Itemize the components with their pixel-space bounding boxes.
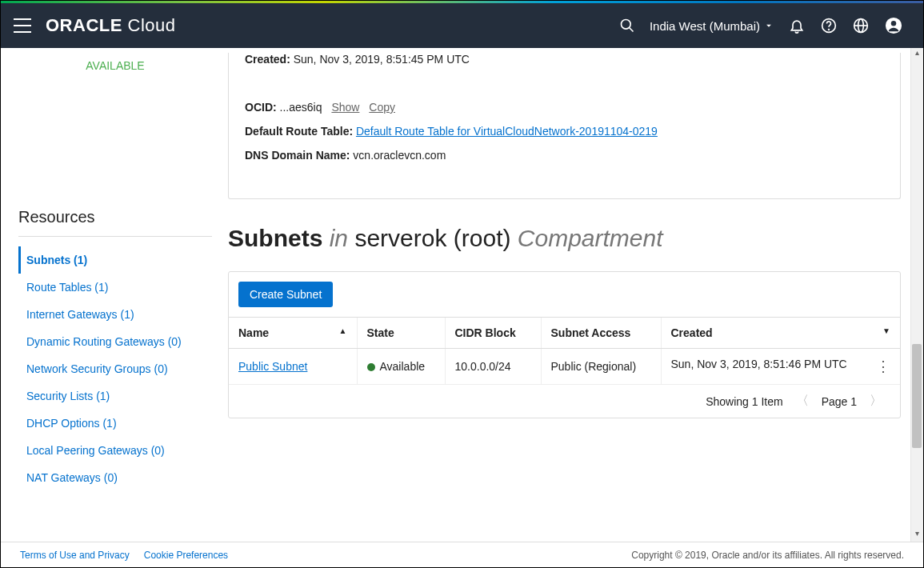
table-row: Public Subnet Available 10.0.0.0/24 Publ… <box>229 349 900 385</box>
scrollbar-thumb[interactable] <box>912 344 922 448</box>
sidebar-item-dynamic-routing-gateways[interactable]: Dynamic Routing Gateways (0) <box>18 328 212 355</box>
created-row: Created: Sun, Nov 3, 2019, 8:51:45 PM UT… <box>245 53 884 66</box>
sidebar-item-dhcp-options[interactable]: DHCP Options (1) <box>18 410 212 437</box>
oracle-cloud-logo: ORACLE Cloud <box>46 15 176 36</box>
scroll-up-icon[interactable]: ▴ <box>911 48 923 61</box>
route-table-row: Default Route Table: Default Route Table… <box>245 125 884 138</box>
chevron-down-icon <box>763 20 774 31</box>
globe-icon[interactable] <box>853 18 869 34</box>
profile-icon[interactable] <box>885 17 902 34</box>
sort-asc-icon: ▲ <box>339 326 347 335</box>
subnet-name-link[interactable]: Public Subnet <box>238 360 307 373</box>
sidebar-item-route-tables[interactable]: Route Tables (1) <box>18 274 212 301</box>
cookies-link[interactable]: Cookie Preferences <box>144 550 228 561</box>
footer: Terms of Use and Privacy Cookie Preferen… <box>1 542 923 567</box>
subnet-cidr: 10.0.0.0/24 <box>445 349 541 385</box>
subnet-state: Available <box>357 349 445 385</box>
sidebar-item-network-security-groups[interactable]: Network Security Groups (0) <box>18 355 212 382</box>
col-name[interactable]: Name▲ <box>229 318 357 349</box>
svg-point-3 <box>829 30 830 30</box>
col-access[interactable]: Subnet Access <box>541 318 661 349</box>
region-selector[interactable]: India West (Mumbai) <box>650 19 774 33</box>
table-pager: Showing 1 Item 〈 Page 1 〉 <box>229 385 900 418</box>
ocid-copy-link[interactable]: Copy <box>369 101 395 114</box>
top-header: ORACLE Cloud India West (Mumbai) <box>1 3 923 48</box>
ocid-row: OCID: ...aes6iq Show Copy <box>245 101 884 114</box>
sidebar-item-local-peering-gateways[interactable]: Local Peering Gateways (0) <box>18 437 212 464</box>
menu-icon[interactable] <box>14 18 31 33</box>
svg-line-1 <box>629 28 633 32</box>
row-actions-icon[interactable]: ⋮ <box>876 358 890 375</box>
subnets-table-panel: Create Subnet Name▲ State CIDR Block Sub… <box>228 271 901 418</box>
svg-point-8 <box>891 21 896 26</box>
col-state[interactable]: State <box>357 318 445 349</box>
sidebar-item-subnets[interactable]: Subnets (1) <box>18 246 212 274</box>
prev-page-icon[interactable]: 〈 <box>793 393 812 410</box>
col-created[interactable]: Created▼ <box>661 318 900 349</box>
notifications-icon[interactable] <box>789 18 805 34</box>
create-subnet-button[interactable]: Create Subnet <box>238 282 333 307</box>
sidebar-item-nat-gateways[interactable]: NAT Gateways (0) <box>18 464 212 491</box>
sidebar: AVAILABLE Resources Subnets (1) Route Ta… <box>1 48 228 542</box>
resources-heading: Resources <box>18 208 212 226</box>
divider <box>18 236 212 237</box>
showing-label: Showing 1 Item <box>706 395 783 408</box>
vcn-info-panel: Created: Sun, Nov 3, 2019, 8:51:45 PM UT… <box>228 53 901 199</box>
search-icon[interactable] <box>619 18 635 34</box>
copyright-text: Copyright © 2019, Oracle and/or its affi… <box>631 550 904 561</box>
subnets-table: Name▲ State CIDR Block Subnet Access Cre… <box>229 317 900 385</box>
scroll-down-icon[interactable]: ▾ <box>911 529 923 542</box>
subnet-access: Public (Regional) <box>541 349 661 385</box>
scrollbar[interactable]: ▴ ▾ <box>910 48 923 542</box>
ocid-show-link[interactable]: Show <box>331 101 359 114</box>
resources-list: Subnets (1) Route Tables (1) Internet Ga… <box>18 246 212 491</box>
sort-desc-icon: ▼ <box>882 326 890 335</box>
svg-point-0 <box>621 20 630 30</box>
sidebar-item-security-lists[interactable]: Security Lists (1) <box>18 382 212 410</box>
help-icon[interactable] <box>821 18 837 34</box>
next-page-icon[interactable]: 〉 <box>866 393 886 410</box>
page-label: Page 1 <box>822 395 857 408</box>
status-badge: AVAILABLE <box>18 59 212 72</box>
main-content: Created: Sun, Nov 3, 2019, 8:51:45 PM UT… <box>228 48 923 542</box>
status-dot-icon <box>367 363 375 371</box>
dns-row: DNS Domain Name: vcn.oraclevcn.com <box>245 149 884 162</box>
sidebar-item-internet-gateways[interactable]: Internet Gateways (1) <box>18 301 212 328</box>
terms-link[interactable]: Terms of Use and Privacy <box>20 550 130 561</box>
page-title: Subnets in serverok (root) Compartment <box>228 225 901 252</box>
col-cidr[interactable]: CIDR Block <box>445 318 541 349</box>
default-route-table-link[interactable]: Default Route Table for VirtualCloudNetw… <box>356 125 658 138</box>
subnet-created: Sun, Nov 3, 2019, 8:51:46 PM UTC ⋮ <box>661 349 900 385</box>
